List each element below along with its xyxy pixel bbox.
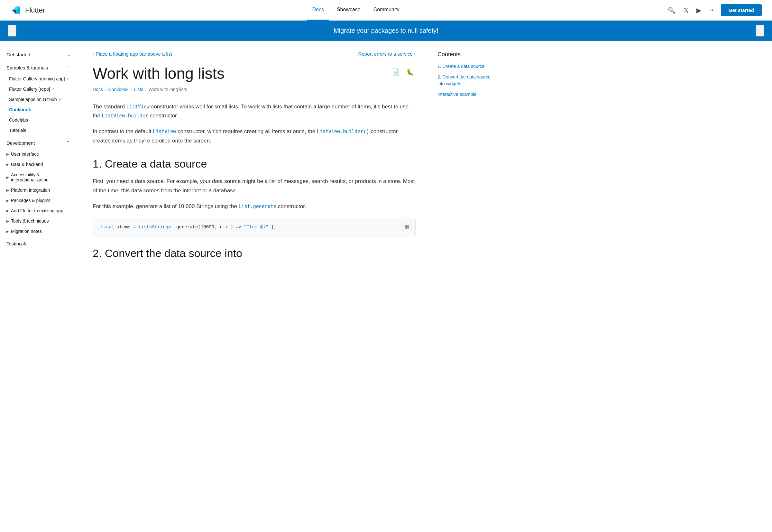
- search-icon: 🔍: [668, 6, 676, 14]
- bug-icon: 🐛: [406, 68, 414, 76]
- sidebar-samples-header[interactable]: Samples & tutorials ⌃: [0, 62, 77, 74]
- sidebar-item-sample-apps[interactable]: Sample apps on GitHub ⇗: [0, 94, 77, 105]
- announcement-banner: ❮ Migrate your packages to null safety! …: [0, 21, 772, 41]
- copy-code-button[interactable]: ▦: [402, 222, 411, 231]
- bug-icon-button[interactable]: 🐛: [405, 67, 416, 77]
- flutter-logo-icon: [10, 5, 22, 16]
- listview-code-ref-2[interactable]: ListView: [153, 129, 176, 134]
- listview-builder-parens-ref[interactable]: ListView.builder(): [317, 129, 369, 134]
- sidebar-item-packages-plugins[interactable]: ▶ Packages & plugins: [0, 195, 77, 206]
- sidebar-testing-header[interactable]: Testing &: [0, 238, 77, 250]
- flutter-logo-text: Flutter: [25, 6, 45, 14]
- nav-showcase[interactable]: Showcase: [332, 0, 366, 21]
- list-generate-ref[interactable]: List.generate: [239, 204, 276, 209]
- sidebar-item-label: Data & backend: [11, 162, 43, 167]
- intro-text-2b: constructor, which requires creating all…: [176, 128, 317, 134]
- nav-community[interactable]: Community: [368, 0, 405, 21]
- code-keyword: final: [101, 225, 114, 230]
- sidebar-get-started-header[interactable]: Get started ⌄: [0, 49, 77, 60]
- nav-docs[interactable]: Docs: [307, 0, 329, 21]
- sidebar-item-tools-techniques[interactable]: ▶ Tools & techniques: [0, 216, 77, 226]
- sidebar-item-label: User interface: [11, 151, 39, 157]
- youtube-icon: ▶: [696, 6, 701, 14]
- triangle-right-icon: ▶: [6, 219, 9, 223]
- sidebar-item-gallery-repo[interactable]: Flutter Gallery [repo] ⇗: [0, 84, 77, 94]
- triangle-right-icon: ▶: [6, 209, 9, 213]
- section-1-paragraph-1: First, you need a data source. For examp…: [93, 177, 416, 196]
- banner-next-button[interactable]: ❯: [756, 25, 764, 37]
- listview-builder-code-ref[interactable]: ListView.builder: [102, 113, 148, 119]
- prev-page-link[interactable]: ‹ Place a floating app bar above a list: [93, 51, 172, 57]
- section-2-heading: 2. Convert the data source into: [93, 247, 416, 260]
- intro-paragraph-1: The standard ListView constructor works …: [93, 102, 416, 121]
- sidebar-item-label: Add Flutter to existing app: [11, 208, 63, 213]
- breadcrumb: Docs › Cookbook › Lists › Work with long…: [93, 87, 416, 92]
- right-sidebar-contents: Contents 1. Create a data source 2. Conv…: [431, 41, 502, 531]
- listview-code-ref[interactable]: ListView: [126, 104, 150, 110]
- section1-text-2b: constructor.: [276, 203, 306, 209]
- external-link-icon: ⇗: [66, 77, 69, 81]
- intro-text-2: In contrast to the default: [93, 128, 153, 134]
- contents-link-section1[interactable]: 1. Create a data source: [437, 63, 495, 70]
- sidebar-item-label: Codelabs: [9, 117, 28, 123]
- intro-paragraph-2: In contrast to the default ListView cons…: [93, 127, 416, 146]
- github-button[interactable]: ⚬: [708, 5, 716, 15]
- sidebar-development-header[interactable]: Development ⌃: [0, 137, 77, 149]
- sidebar-item-label: Platform integration: [11, 188, 50, 193]
- breadcrumb-lists[interactable]: Lists: [134, 87, 143, 92]
- sidebar-item-migration-notes[interactable]: ▶ Migration notes: [0, 226, 77, 236]
- code-close: );: [271, 225, 276, 230]
- banner-prev-button[interactable]: ❮: [8, 25, 16, 37]
- chevron-down-icon: ⌄: [67, 52, 70, 57]
- breadcrumb-current: Work with long lists: [149, 87, 187, 92]
- title-row: Work with long lists 📄 🐛: [93, 64, 416, 87]
- sidebar-item-label: Cookbook: [9, 107, 31, 112]
- sidebar-item-cookbook[interactable]: Cookbook: [0, 105, 77, 115]
- contents-link-section2[interactable]: 2. Convert the data source into widgets: [437, 74, 495, 87]
- file-icon: 📄: [392, 68, 400, 76]
- banner-text: Migrate your packages to null safety!: [334, 27, 438, 34]
- sidebar-item-user-interface[interactable]: ▶ User interface: [0, 149, 77, 159]
- sidebar-item-add-flutter[interactable]: ▶ Add Flutter to existing app: [0, 206, 77, 216]
- sidebar-item-accessibility[interactable]: ▶ Accessibility & internationalization: [0, 170, 77, 185]
- sidebar-section-development: Development ⌃ ▶ User interface ▶ Data & …: [0, 137, 77, 236]
- sidebar-item-label: Tutorials: [9, 128, 26, 133]
- sidebar-item-gallery-running[interactable]: Flutter Gallery [running app] ⇗: [0, 74, 77, 84]
- sidebar-section-testing: Testing &: [0, 238, 77, 250]
- main-content: ‹ Place a floating app bar above a list …: [77, 41, 431, 531]
- code-arrow: ) =>: [230, 225, 244, 230]
- triangle-right-icon: ▶: [6, 163, 9, 166]
- search-button[interactable]: 🔍: [666, 5, 677, 15]
- twitter-button[interactable]: 𝕏: [682, 5, 690, 15]
- copy-icon: ▦: [404, 224, 409, 229]
- external-link-icon: ⇗: [51, 87, 54, 91]
- get-started-button[interactable]: Get started: [721, 4, 762, 16]
- file-icon-button[interactable]: 📄: [391, 67, 401, 77]
- chevron-up-icon: ⌃: [66, 140, 70, 146]
- sidebar-item-data-backend[interactable]: ▶ Data & backend: [0, 159, 77, 170]
- title-actions: 📄 🐛: [391, 67, 416, 77]
- sidebar-item-platform-integration[interactable]: ▶ Platform integration: [0, 185, 77, 195]
- youtube-button[interactable]: ▶: [695, 5, 703, 15]
- sidebar-item-codelabs[interactable]: Codelabs: [0, 115, 77, 125]
- intro-text-1c: constructor.: [148, 113, 178, 119]
- breadcrumb-docs[interactable]: Docs: [93, 87, 103, 92]
- next-page-link[interactable]: Report errors to a service ›: [358, 51, 416, 57]
- header-right: 🔍 𝕏 ▶ ⚬ Get started: [666, 4, 762, 16]
- header-nav: Docs Showcase Community: [307, 0, 404, 21]
- triangle-right-icon: ▶: [6, 188, 9, 192]
- sidebar-item-label: Packages & plugins: [11, 198, 51, 203]
- sidebar-item-label: Migration notes: [11, 229, 42, 234]
- sidebar-item-label: Sample apps on GitHub: [9, 97, 57, 102]
- sidebar-item-tutorials[interactable]: Tutorials: [0, 125, 77, 135]
- triangle-right-icon: ▶: [6, 152, 9, 156]
- code-block-list-generate: final items = List<String> .generate(100…: [93, 218, 416, 236]
- section-1-heading: 1. Create a data source: [93, 157, 416, 170]
- breadcrumb-sep: ›: [131, 87, 132, 92]
- chevron-up-icon: ⌃: [67, 66, 70, 70]
- flutter-logo[interactable]: Flutter: [10, 5, 45, 16]
- sidebar-item-label: Flutter Gallery [running app]: [9, 76, 65, 81]
- external-link-icon: ⇗: [58, 97, 61, 102]
- contents-link-interactive[interactable]: Interactive example: [437, 91, 495, 98]
- breadcrumb-cookbook[interactable]: Cookbook: [108, 87, 129, 92]
